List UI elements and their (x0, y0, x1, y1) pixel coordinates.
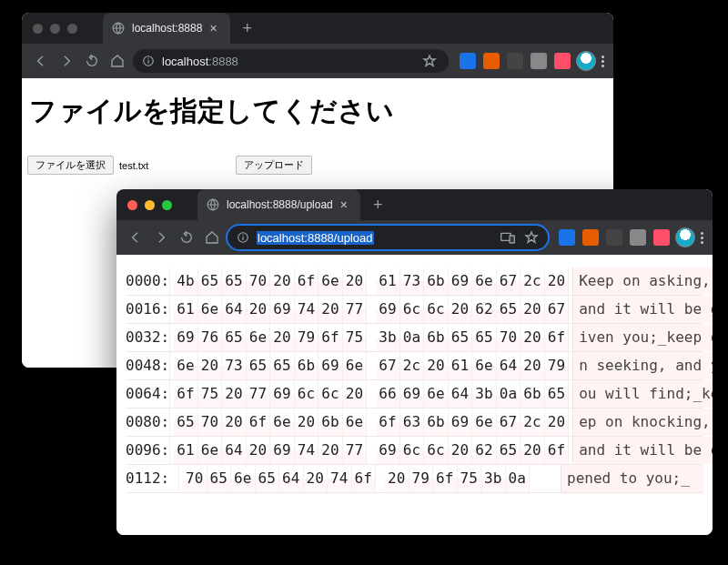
hex-row: 0048:6e207365656b696e 672c20616e642079n … (126, 352, 703, 380)
close-icon[interactable] (33, 24, 43, 34)
hex-ascii: and it will be g (572, 296, 713, 323)
site-info-icon[interactable] (142, 55, 155, 67)
menu-button[interactable] (701, 232, 703, 244)
forward-button[interactable] (56, 51, 76, 71)
upload-button[interactable]: アップロード (236, 156, 312, 175)
maximize-icon[interactable] (67, 24, 77, 34)
home-button[interactable] (107, 51, 127, 71)
reload-button[interactable] (177, 227, 197, 247)
hex-offset: 0112: (126, 465, 179, 492)
tab-title: localhost:8888/upload (227, 198, 333, 211)
hex-bytes: 6f752077696c6c20 66696e643b0a6b65 (170, 380, 572, 408)
toolbar: localhost:8888/upload (116, 220, 713, 255)
extension-icon[interactable] (531, 53, 547, 69)
hex-bytes: 616e642069742077 696c6c2062652067 (170, 296, 572, 323)
titlebar: localhost:8888/upload × + (116, 189, 713, 220)
back-button[interactable] (31, 51, 51, 71)
devices-icon[interactable] (500, 231, 515, 244)
hex-row: 0032:6976656e20796f75 3b0a6b656570206fiv… (126, 324, 703, 352)
hex-offset: 0048: (126, 352, 170, 379)
tab-close-icon[interactable]: × (209, 22, 217, 35)
hex-bytes: 70656e656420746f 20796f753b0a (179, 465, 561, 492)
hex-ascii: Keep on asking, (572, 267, 713, 295)
url-text: localhost:8888/upload (257, 231, 374, 245)
address-bar[interactable]: localhost:8888 (133, 49, 449, 73)
hex-ascii: n seeking, and y (572, 352, 713, 379)
svg-rect-7 (242, 235, 243, 236)
hex-row: 0000:4b656570206f6e20 61736b696e672c20Ke… (126, 267, 703, 296)
new-tab-button[interactable]: + (243, 19, 253, 38)
bookmark-icon[interactable] (524, 230, 539, 245)
address-bar[interactable]: localhost:8888/upload (228, 226, 548, 249)
extension-icon[interactable] (630, 229, 646, 246)
svg-rect-2 (147, 60, 148, 64)
chosen-filename: test.txt (119, 160, 148, 171)
extension-icon[interactable] (653, 229, 670, 246)
reload-button[interactable] (82, 51, 102, 71)
hex-row: 0016:616e642069742077 696c6c2062652067an… (126, 296, 703, 324)
back-button[interactable] (126, 227, 146, 247)
window-controls (33, 24, 77, 34)
hex-ascii: and it will be o (572, 437, 713, 464)
minimize-icon[interactable] (145, 200, 155, 210)
profile-avatar[interactable] (576, 51, 596, 71)
extension-icon[interactable] (554, 53, 571, 69)
extension-icon[interactable] (582, 229, 599, 246)
hex-offset: 0032: (126, 324, 170, 351)
minimize-icon[interactable] (50, 24, 60, 34)
extension-icon[interactable] (559, 229, 575, 246)
hex-row: 0080:6570206f6e206b6e 6f636b696e672c20ep… (126, 409, 703, 437)
browser-tab[interactable]: localhost:8888/upload × (197, 189, 360, 220)
hex-offset: 0000: (126, 267, 170, 295)
hex-ascii: iven you;_keep o (572, 324, 713, 351)
menu-button[interactable] (602, 55, 604, 67)
extension-icon[interactable] (483, 53, 500, 69)
browser-tab[interactable]: localhost:8888 × (103, 13, 230, 44)
new-tab-button[interactable]: + (373, 196, 383, 215)
tab-title: localhost:8888 (132, 22, 202, 35)
close-icon[interactable] (127, 200, 137, 210)
hexdump-content: 0000:4b656570206f6e20 61736b696e672c20Ke… (116, 255, 713, 535)
hex-offset: 0016: (126, 296, 170, 323)
hex-bytes: 616e642069742077 696c6c206265206f (170, 437, 572, 464)
hex-row: 0064:6f752077696c6c20 66696e643b0a6b65ou… (126, 380, 703, 409)
hex-ascii: ep on knocking, (572, 409, 713, 436)
hex-offset: 0064: (126, 380, 170, 408)
page-title: ファイルを指定してください (29, 93, 606, 130)
svg-rect-6 (242, 237, 243, 240)
bookmark-icon[interactable] (420, 51, 440, 71)
svg-rect-3 (147, 58, 148, 59)
hex-bytes: 6e207365656b696e 672c20616e642079 (170, 352, 572, 379)
hex-bytes: 4b656570206f6e20 61736b696e672c20 (170, 267, 572, 295)
tab-close-icon[interactable]: × (340, 198, 348, 211)
choose-file-button[interactable]: ファイルを選択 (27, 156, 114, 175)
maximize-icon[interactable] (162, 200, 172, 210)
hex-ascii: pened to you;_ (561, 465, 703, 492)
home-button[interactable] (202, 227, 222, 247)
extension-icon[interactable] (606, 229, 622, 246)
hex-offset: 0096: (126, 437, 170, 464)
hex-row: 0112:70656e656420746f 20796f753b0a pened… (126, 465, 703, 493)
hex-bytes: 6976656e20796f75 3b0a6b656570206f (170, 324, 572, 351)
profile-avatar[interactable] (675, 227, 695, 247)
extension-icon[interactable] (460, 53, 476, 69)
browser-window-2: localhost:8888/upload × + localhost:8888… (116, 189, 713, 535)
svg-rect-9 (510, 236, 514, 243)
window-controls (127, 200, 172, 210)
hex-ascii: ou will find;_ke (572, 380, 713, 408)
hex-bytes: 6570206f6e206b6e 6f636b696e672c20 (170, 409, 572, 436)
extension-icon[interactable] (507, 53, 523, 69)
site-info-icon[interactable] (237, 231, 249, 244)
toolbar: localhost:8888 (22, 44, 613, 78)
globe-icon (112, 22, 125, 35)
hex-row: 0096:616e642069742077 696c6c206265206fan… (126, 437, 703, 465)
globe-icon (207, 198, 219, 211)
forward-button[interactable] (151, 227, 171, 247)
url-text: localhost:8888 (162, 55, 238, 68)
titlebar: localhost:8888 × + (22, 13, 613, 44)
extensions (460, 53, 571, 69)
hex-offset: 0080: (126, 409, 170, 436)
extensions (559, 229, 670, 246)
